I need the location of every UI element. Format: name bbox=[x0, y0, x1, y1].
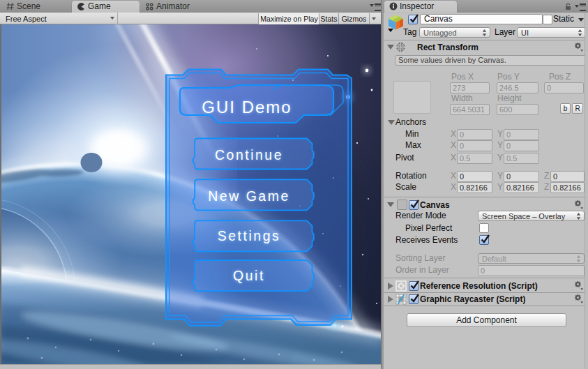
svg-text:Continue: Continue bbox=[215, 147, 283, 163]
svg-text:Quit: Quit bbox=[233, 268, 265, 283]
svg-text:New Game: New Game bbox=[208, 188, 290, 204]
svg-text:GUI Demo: GUI Demo bbox=[202, 98, 292, 116]
svg-text:Settings: Settings bbox=[218, 228, 280, 243]
